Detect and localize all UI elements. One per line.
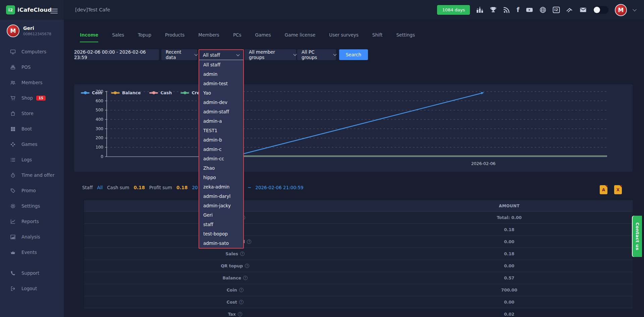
staff-option[interactable]: admin-c [199,145,243,154]
chevron-down-icon [293,53,297,56]
sidebar-item-support[interactable]: Support [0,265,64,281]
table-body: Topup Total: 0.00 Cash 0.18 Credit card … [84,211,633,317]
svg-text:400: 400 [96,117,103,122]
sidebar-item-boot[interactable]: Boot [0,121,64,137]
sidebar-item-analysis[interactable]: Analysis [0,229,64,245]
topbar: i2 iCafeCloud [dev]Test Cafe 1084 days f… [0,0,644,20]
cart-icon [10,95,16,101]
staff-option[interactable]: TEST1 [199,126,243,135]
staff-select-highlighted: All staff All staffadminadmin-testYaoadm… [199,49,244,249]
icafe-logo-icon[interactable]: i2 [553,7,560,13]
staff-option[interactable]: hippo [199,173,243,182]
sidebar-menu: Computers POS Members Shop 15 Store B [0,44,64,296]
tag-icon [10,188,16,194]
subscription-days-badge[interactable]: 1084 days [437,5,470,15]
help-icon[interactable] [239,288,244,292]
facebook-icon[interactable]: f [517,6,519,13]
staff-option[interactable]: admin-b [199,135,243,145]
staff-option[interactable]: admin-a [199,116,243,126]
sidebar-item-shop[interactable]: Shop 15 [0,90,64,106]
sidebar-item-pos[interactable]: POS [0,59,64,75]
trophy-icon[interactable] [490,6,497,13]
staff-option[interactable]: test-bopop [199,229,243,239]
help-icon[interactable] [239,300,244,304]
tab[interactable]: Topup [138,30,151,42]
tab[interactable]: Income [80,30,98,42]
youtube-icon[interactable] [526,6,533,13]
sidebar-item-label: Events [21,250,37,255]
svg-text:200: 200 [96,136,103,140]
help-icon[interactable] [240,252,245,256]
staff-filter-value[interactable]: All [97,185,103,190]
help-icon[interactable] [238,312,242,316]
tab[interactable]: Products [165,30,184,42]
staff-option[interactable]: zeka-admin [199,182,243,192]
staff-option[interactable]: admin-cc [199,154,243,163]
sidebar-item-computers[interactable]: Computers [0,44,64,59]
staff-option[interactable]: All staff [199,60,243,69]
staff-option[interactable]: admin-sato [199,239,243,248]
sidebar-item-label: Promo [21,188,36,193]
export-excel-icon[interactable]: X [614,185,622,194]
tab[interactable]: Game license [285,30,316,42]
staff-option[interactable]: admin-dev [199,98,243,107]
sidebar-item-logout[interactable]: Logout [0,281,64,296]
contact-us-button[interactable]: Contact us [633,216,642,257]
toggle-knob [594,7,600,13]
sidebar-item-events[interactable]: Events [0,245,64,260]
staff-option[interactable]: admin-staff [199,107,243,116]
tab[interactable]: Settings [396,30,415,42]
tab[interactable]: Shift [372,30,383,42]
hamburger-menu-icon[interactable] [50,7,58,15]
brand[interactable]: i2 iCafeCloud [0,0,64,20]
date-range-input[interactable]: 2026-02-06 00:00 - 2026-02-06 23:59 [74,49,159,60]
tab[interactable]: Members [198,30,219,42]
tab[interactable]: Games [255,30,271,42]
row-amount: 0.57 [386,275,633,280]
windows-icon [10,126,16,132]
search-button[interactable]: Search [339,49,368,60]
data-source-value: Recent data [166,49,192,60]
user-avatar[interactable]: M [615,4,627,16]
layers-icon[interactable] [566,6,573,13]
help-icon[interactable] [245,264,249,268]
sidebar-item-games[interactable]: Games [0,137,64,152]
staff-select[interactable]: All staff [199,50,243,60]
tab[interactable]: PCs [233,30,241,42]
sidebar-item-members[interactable]: Members [0,75,64,90]
staff-option[interactable]: admin-daryl [199,192,243,201]
theme-toggle[interactable] [593,6,608,14]
ranking-podium-icon[interactable] [476,6,483,13]
globe-icon[interactable] [539,6,546,13]
stopwatch-icon [10,172,16,178]
tab[interactable]: User surveys [329,30,359,42]
table-row: Sales 0.18 [84,248,633,260]
member-group-select[interactable]: All member groups [245,49,296,60]
chevron-down-icon[interactable] [633,7,636,11]
sidebar-item-promo[interactable]: Promo [0,183,64,198]
staff-label: Staff [82,185,93,190]
staff-option[interactable]: Yao [199,88,243,98]
pc-group-select[interactable]: All PC groups [297,49,336,60]
sidebar-item-settings[interactable]: Settings [0,198,64,214]
staff-option[interactable]: admin-test [199,79,243,88]
staff-option[interactable]: staff [199,220,243,229]
staff-option[interactable]: Zhao [199,163,243,173]
shopping-bag-icon [10,111,16,116]
sidebar-item-logs[interactable]: Logs [0,152,64,167]
sidebar-item-time-and-offer[interactable]: Time and offer [0,167,64,183]
help-icon[interactable] [243,276,248,280]
staff-option[interactable]: admin-jacky [199,201,243,210]
sidebar-item-reports[interactable]: Reports [0,214,64,229]
help-icon[interactable] [247,240,251,244]
export-pdf-icon[interactable]: A [600,185,607,194]
data-source-select[interactable]: Recent data [161,49,197,60]
staff-option[interactable]: admin [199,69,243,79]
row-amount: 0.00 [386,239,633,244]
tab[interactable]: Sales [112,30,124,42]
mail-icon[interactable] [580,6,587,13]
sidebar-user[interactable]: M Geri 008612345678 [0,20,64,41]
staff-option[interactable]: Geri [199,210,243,220]
rss-icon[interactable] [503,6,510,13]
sidebar-item-store[interactable]: Store [0,106,64,121]
